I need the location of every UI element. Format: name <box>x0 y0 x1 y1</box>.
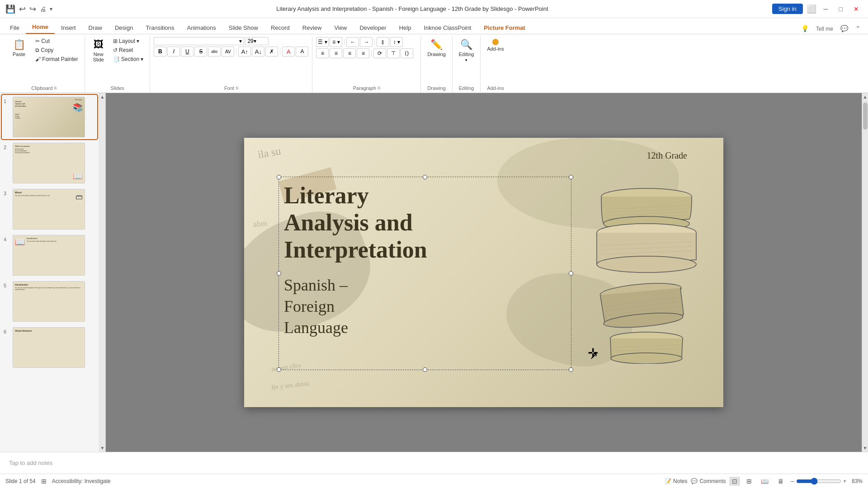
tab-help[interactable]: Help <box>393 22 418 34</box>
slide-img-3[interactable]: Whoa! You can use this slide to introduc… <box>13 189 85 230</box>
new-slide-button[interactable]: 🖼 NewSlide <box>89 37 108 64</box>
align-text-button[interactable]: ⊤ <box>387 48 400 58</box>
minimize-button[interactable]: ─ <box>820 5 832 14</box>
increase-indent-button[interactable]: → <box>360 37 373 47</box>
canvas-area[interactable]: ▲ ▼ ila su abm aepum cllry fpr y um abmi… <box>99 93 868 452</box>
slide-img-2[interactable]: Table of contents 01 Introduction02 Lite… <box>13 143 85 183</box>
clear-format-button[interactable]: ✗ <box>265 47 278 56</box>
tab-transitions[interactable]: Transitions <box>139 22 180 34</box>
scroll-bottom-arrow[interactable]: ▼ <box>862 444 868 452</box>
editing-button[interactable]: 🔍 Editing ▾ <box>456 37 477 64</box>
ribbon-display-icon[interactable]: ⬜ <box>807 4 816 14</box>
tab-inknoe[interactable]: Inknoe ClassPoint <box>417 22 477 34</box>
tab-review[interactable]: Review <box>296 22 328 34</box>
zoom-in-button[interactable]: + <box>843 478 846 484</box>
presenter-view-button[interactable]: 🖥 <box>775 477 787 486</box>
handle-bottom-left[interactable] <box>277 367 281 372</box>
small-caps-button[interactable]: abc <box>208 47 221 56</box>
format-painter-button[interactable]: 🖌 Format Painter <box>33 55 81 63</box>
slide-img-1[interactable]: LiteraryAnalysis andInterpretation Spani… <box>13 97 85 137</box>
scroll-up-arrow[interactable]: ▲ <box>99 93 106 101</box>
title-text-container[interactable]: Literary Analysis and Interpretation Spa… <box>280 178 570 368</box>
right-scrollbar[interactable]: ▲ ▼ <box>862 93 868 452</box>
underline-button[interactable]: U <box>181 47 193 56</box>
tab-animations[interactable]: Animations <box>181 22 222 34</box>
numbering-button[interactable]: ≡ ▾ <box>330 37 342 47</box>
reset-button[interactable]: ↺ Reset <box>110 46 146 54</box>
autosave-icon[interactable]: 🖨 <box>40 5 46 13</box>
zoom-out-button[interactable]: ─ <box>790 478 794 484</box>
tab-design[interactable]: Design <box>108 22 139 34</box>
notes-bar[interactable]: Tap to add notes <box>0 452 868 474</box>
slide-thumb-3[interactable]: 3 Whoa! You can use this slide to introd… <box>2 187 97 231</box>
ideas-icon[interactable]: 💡 <box>797 23 812 34</box>
drawing-button[interactable]: ✏️ Drawing <box>425 37 448 59</box>
tab-home[interactable]: Home <box>26 21 55 34</box>
handle-top-right[interactable] <box>569 175 573 179</box>
font-expand-icon[interactable]: ⎘ <box>236 86 238 90</box>
normal-view-button[interactable]: ⊡ <box>729 477 740 486</box>
slide-img-6[interactable]: About literature <box>13 327 85 368</box>
slide-sorter-button[interactable]: ⊞ <box>744 477 755 486</box>
clipboard-expand-icon[interactable]: ⎘ <box>54 86 57 90</box>
tell-me-label[interactable]: Tell me <box>812 24 837 34</box>
slide-canvas[interactable]: ila su abm aepum cllry fpr y um abmic 12… <box>244 138 723 407</box>
maximize-button[interactable]: □ <box>835 5 846 14</box>
align-right-button[interactable]: ≡ <box>343 48 356 58</box>
align-center-button[interactable]: ≡ <box>330 48 342 58</box>
handle-top-center[interactable] <box>423 175 427 179</box>
tab-file[interactable]: File <box>4 22 26 34</box>
scroll-thumb[interactable] <box>863 103 868 130</box>
layout-button[interactable]: ⊞ Layout ▾ <box>110 37 146 45</box>
decrease-font-button[interactable]: A↓ <box>252 47 264 56</box>
section-button[interactable]: 📑 Section ▾ <box>110 55 146 63</box>
tab-insert[interactable]: Insert <box>55 22 82 34</box>
paste-button[interactable]: 📋 Paste <box>7 37 31 59</box>
slide-thumb-1[interactable]: 1 LiteraryAnalysis andInterpretation Spa… <box>2 95 97 139</box>
save-icon[interactable]: 💾 <box>5 4 15 14</box>
scroll-down-arrow[interactable]: ▼ <box>99 444 106 452</box>
zoom-slider[interactable] <box>796 478 841 485</box>
fit-slide-icon[interactable]: ⊞ <box>41 478 47 485</box>
accessibility-info[interactable]: Accessibility: Investigate <box>52 478 111 484</box>
copy-button[interactable]: ⧉ Copy <box>33 46 81 54</box>
smartart-button[interactable]: ⟨⟩ <box>401 48 413 58</box>
char-spacing-button[interactable]: AV <box>222 47 234 56</box>
handle-middle-right[interactable] <box>569 271 573 276</box>
handle-bottom-right[interactable] <box>569 367 573 372</box>
slide-panel[interactable]: 1 LiteraryAnalysis andInterpretation Spa… <box>0 93 99 452</box>
font-size-dropdown[interactable]: 29 ▾ <box>245 37 269 45</box>
font-name-dropdown[interactable]: ▾ <box>154 37 244 45</box>
zoom-percent[interactable]: 83% <box>848 478 863 484</box>
tab-developer[interactable]: Developer <box>353 22 392 34</box>
tab-record[interactable]: Record <box>264 22 296 34</box>
handle-bottom-center[interactable] <box>423 367 427 372</box>
slide-img-5[interactable]: Introduction You can give a brief descri… <box>13 281 85 322</box>
slide-img-4[interactable]: 📖 Introduction You can write a short des… <box>13 235 85 276</box>
handle-middle-left[interactable] <box>277 271 281 276</box>
cut-button[interactable]: ✂ Cut <box>33 37 81 45</box>
para-expand-icon[interactable]: ⎘ <box>378 86 380 90</box>
bold-button[interactable]: B <box>154 47 166 56</box>
tab-draw[interactable]: Draw <box>82 22 108 34</box>
slide-thumb-2[interactable]: 2 Table of contents 01 Introduction02 Li… <box>2 141 97 185</box>
text-highlight-button[interactable]: A <box>296 47 308 56</box>
columns-button[interactable]: ⫿ <box>377 37 389 47</box>
slide-thumb-4[interactable]: 4 📖 Introduction You can write a short d… <box>2 233 97 277</box>
comments-button[interactable]: 💬 Comments <box>691 478 726 484</box>
decrease-indent-button[interactable]: ← <box>346 37 359 47</box>
collapse-ribbon-icon[interactable]: ⌃ <box>852 23 864 34</box>
redo-icon[interactable]: ↪ <box>29 4 36 14</box>
tab-slide-show[interactable]: Slide Show <box>222 22 264 34</box>
undo-icon[interactable]: ↩ <box>19 4 26 14</box>
bullets-button[interactable]: ☰ ▾ <box>316 37 329 47</box>
line-spacing-button[interactable]: ↕ ▾ <box>390 37 403 47</box>
increase-font-button[interactable]: A↑ <box>238 47 251 56</box>
close-button[interactable]: ✕ <box>850 5 863 14</box>
strikethrough-button[interactable]: S <box>194 47 207 56</box>
notes-button[interactable]: 📝 Notes <box>665 478 687 484</box>
reading-view-button[interactable]: 📖 <box>758 477 771 486</box>
justify-button[interactable]: ≡ <box>357 48 369 58</box>
tab-picture-format[interactable]: Picture Format <box>477 22 532 34</box>
comment-icon[interactable]: 💬 <box>837 23 852 34</box>
